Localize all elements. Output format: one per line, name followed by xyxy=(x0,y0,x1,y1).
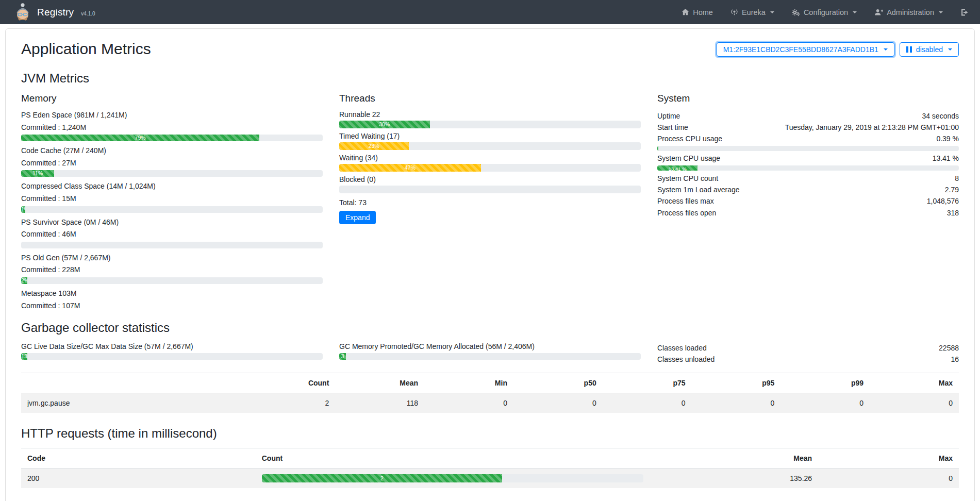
caret-down-icon xyxy=(884,48,888,51)
thread-state-label: Blocked (0) xyxy=(339,175,641,183)
memory-pool-title: PS Eden Space (981M / 1,241M) xyxy=(21,110,323,121)
thread-state-label: Waiting (34) xyxy=(339,154,641,162)
caret-down-icon xyxy=(948,48,952,51)
system-row-label: System 1m Load average xyxy=(657,185,740,195)
gc-classes: Classes loaded 22588 Classes unloaded 16 xyxy=(657,342,959,365)
home-icon xyxy=(682,8,689,16)
expand-button[interactable]: Expand xyxy=(339,211,376,224)
memory-pool-title: PS Survivor Space (0M / 46M) xyxy=(21,218,323,228)
nav-item-configuration[interactable]: Configuration xyxy=(792,8,857,16)
classes-row-value: 16 xyxy=(951,355,959,364)
progress-bar: 47% xyxy=(339,164,641,172)
classes-row: Classes loaded 22588 xyxy=(657,342,959,354)
instance-selector-dropdown[interactable]: M1:2F93E1CBD2C3FE55BDD8627A3FADD1B1 xyxy=(717,42,894,57)
memory-pool-title: PS Old Gen (57M / 2,667M) xyxy=(21,253,323,263)
nav-item-home[interactable]: Home xyxy=(682,8,713,16)
table-row: 200 2 135.26 0 xyxy=(21,468,959,488)
sign-out-button[interactable] xyxy=(960,8,969,16)
system-row-value: 13.41 % xyxy=(933,154,959,163)
classes-row-label: Classes loaded xyxy=(657,343,707,353)
gc-col-name xyxy=(21,373,246,393)
gc-col-p50: p50 xyxy=(513,373,603,393)
progress-bar: 0% xyxy=(21,242,323,248)
sign-out-icon xyxy=(960,8,969,16)
progress-bar: 13 xyxy=(21,353,323,360)
threads-column: Threads Runnable 22 30% Timed Waiting (1… xyxy=(339,93,641,315)
nav-links: Home Eureka Configuration Administration xyxy=(682,8,969,16)
threads-total: Total: 73 xyxy=(339,198,641,207)
nav-item-eureka[interactable]: Eureka xyxy=(730,8,774,16)
gc-promoted-title: GC Memory Promoted/GC Memory Allocated (… xyxy=(339,342,641,350)
progress-bar: 30% xyxy=(339,121,641,128)
gc-col-max: Max xyxy=(870,373,959,393)
system-row-label: Uptime xyxy=(657,111,680,121)
progress-bar: 13.41 % xyxy=(657,165,959,171)
memory-pool-committed: Committed : 1,240M xyxy=(21,123,323,133)
gc-col-p75: p75 xyxy=(603,373,692,393)
system-row-value: 1,048,576 xyxy=(927,196,959,206)
memory-pool: PS Old Gen (57M / 2,667M) Committed : 22… xyxy=(21,253,323,284)
system-row: Uptime 34 seconds xyxy=(657,110,959,122)
threads-heading: Threads xyxy=(339,93,641,104)
progress-bar: 2 xyxy=(262,474,643,482)
gc-col-p99: p99 xyxy=(780,373,870,393)
system-row: Start time Tuesday, January 29, 2019 at … xyxy=(657,122,959,133)
memory-pool-committed: Committed : 46M xyxy=(21,229,323,240)
memory-pool: Metaspace 103M Committed : 107M xyxy=(21,289,323,311)
gc-promoted: GC Memory Promoted/GC Memory Allocated (… xyxy=(339,342,641,365)
progress-bar: 2% xyxy=(21,277,323,284)
gc-col-count: Count xyxy=(246,373,336,393)
system-row: Process CPU usage 0.39 % xyxy=(657,133,959,145)
top-navbar: Registry v4.1.0 Home Eureka Configuratio… xyxy=(0,0,980,24)
http-col-count: Count xyxy=(256,448,650,468)
thread-state: Waiting (34) 47% xyxy=(339,154,641,172)
system-row: Process files open 318 xyxy=(657,207,959,219)
system-row-value: 8 xyxy=(955,174,959,183)
table-row: jvm.gc.pause 2 118 0 0 0 0 0 0 xyxy=(21,393,959,413)
gc-col-p95: p95 xyxy=(692,373,781,393)
system-row-value: Tuesday, January 29, 2019 at 2:13:28 PM … xyxy=(785,123,959,132)
memory-pool: PS Survivor Space (0M / 46M) Committed :… xyxy=(21,218,323,248)
memory-pool: PS Eden Space (981M / 1,241M) Committed … xyxy=(21,110,323,141)
memory-heading: Memory xyxy=(21,93,323,104)
thread-state: Runnable 22 30% xyxy=(339,110,641,128)
gc-live-data: GC Live Data Size/GC Max Data Size (57M … xyxy=(21,342,323,365)
memory-pool-committed: Committed : 107M xyxy=(21,301,323,311)
memory-pool: Compressed Class Space (14M / 1,024M) Co… xyxy=(21,181,323,212)
memory-pool: Code Cache (27M / 240M) Committed : 27M … xyxy=(21,146,323,177)
system-column: System Uptime 34 seconds Start time Tues… xyxy=(657,93,959,315)
memory-pool-committed: Committed : 27M xyxy=(21,158,323,169)
system-row-value: 34 seconds xyxy=(922,111,959,121)
system-row-label: Process CPU usage xyxy=(657,134,722,144)
http-col-mean: Mean xyxy=(650,448,818,468)
http-col-max: Max xyxy=(818,448,959,468)
system-row-label: System CPU count xyxy=(657,174,718,183)
nav-item-administration[interactable]: Administration xyxy=(874,8,943,16)
thread-state-label: Runnable 22 xyxy=(339,110,641,119)
gc-col-min: Min xyxy=(424,373,513,393)
progress-bar: 3 xyxy=(339,353,641,360)
user-plus-icon xyxy=(874,8,883,16)
table-header-row: Code Count Mean Max xyxy=(21,448,959,468)
http-requests-table: Code Count Mean Max 200 2 135.26 0 xyxy=(21,448,959,488)
caret-down-icon xyxy=(770,11,774,13)
page-title: Application Metrics xyxy=(21,40,151,58)
refresh-toggle-value: disabled xyxy=(916,45,943,54)
progress-bar: 1% xyxy=(21,206,323,213)
brand-link[interactable]: Registry v4.1.0 xyxy=(14,0,95,25)
http-requests-heading: HTTP requests (time in millisecond) xyxy=(21,426,959,441)
progress-bar: 11% xyxy=(21,170,323,177)
caret-down-icon xyxy=(939,11,943,13)
memory-column: Memory PS Eden Space (981M / 1,241M) Com… xyxy=(21,93,323,315)
thread-state-label: Timed Waiting (17) xyxy=(339,132,641,140)
refresh-toggle-dropdown[interactable]: disabled xyxy=(900,42,959,57)
memory-pool-title: Metaspace 103M xyxy=(21,289,323,299)
system-row-label: Start time xyxy=(657,123,688,132)
memory-pool-committed: Committed : 15M xyxy=(21,194,323,204)
table-header-row: Count Mean Min p50 p75 p95 p99 Max xyxy=(21,373,959,393)
thread-state: Timed Waiting (17) 23% xyxy=(339,132,641,150)
pause-icon xyxy=(906,46,912,53)
system-row-label: System CPU usage xyxy=(657,154,720,163)
classes-row-value: 22588 xyxy=(939,343,959,353)
http-col-code: Code xyxy=(21,448,256,468)
